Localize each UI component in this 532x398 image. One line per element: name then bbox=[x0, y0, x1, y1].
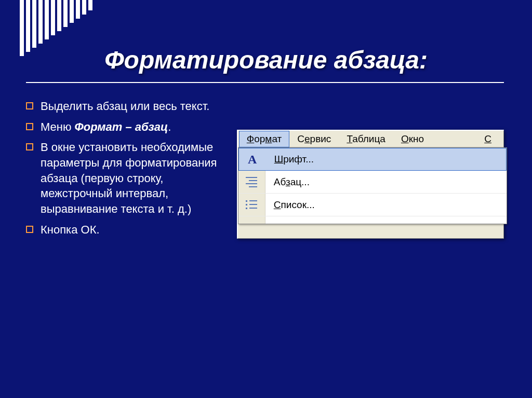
bullet-icon bbox=[26, 102, 33, 109]
dropdown-label: Абзац... bbox=[265, 176, 310, 188]
bullet-text: Кнопка ОК. bbox=[41, 222, 221, 238]
format-dropdown: A Шрифт... Абзац... Список... bbox=[238, 147, 507, 224]
list-item: В окне установить необходимые параметры … bbox=[26, 140, 221, 216]
bullet-text: Меню Формат – абзац. bbox=[41, 119, 221, 135]
menu-bar: Формат Сервис Таблица Окно С bbox=[238, 131, 503, 147]
bullet-text: Выделить абзац или весь текст. bbox=[41, 99, 221, 114]
menu-screenshot: Формат Сервис Таблица Окно С A Шрифт... … bbox=[237, 130, 504, 239]
dropdown-list[interactable]: Список... bbox=[238, 194, 507, 216]
dropdown-label: Список... bbox=[265, 199, 315, 211]
list-icon bbox=[238, 194, 265, 216]
menu-format[interactable]: Формат bbox=[239, 131, 290, 147]
bullet-icon bbox=[26, 123, 33, 130]
dropdown-label: Шрифт... bbox=[266, 154, 314, 165]
dropdown-paragraph[interactable]: Абзац... bbox=[238, 171, 507, 194]
list-item: Кнопка ОК. bbox=[26, 222, 221, 238]
text-segment: . bbox=[168, 120, 171, 133]
dropdown-font[interactable]: A Шрифт... bbox=[238, 148, 507, 171]
menu-extra[interactable]: С bbox=[476, 131, 499, 147]
text-bold: Формат – абзац bbox=[75, 120, 168, 133]
bullet-text: В окне установить необходимые параметры … bbox=[41, 140, 221, 216]
menu-service[interactable]: Сервис bbox=[289, 131, 339, 147]
menu-table[interactable]: Таблица bbox=[339, 131, 393, 147]
dropdown-bottom bbox=[238, 216, 507, 224]
menu-window[interactable]: Окно bbox=[393, 131, 432, 147]
bullet-list: Выделить абзац или весь текст. Меню Форм… bbox=[26, 99, 221, 243]
slide-content: Выделить абзац или весь текст. Меню Форм… bbox=[26, 99, 504, 243]
bullet-icon bbox=[26, 143, 33, 150]
title-underline bbox=[26, 82, 504, 83]
bullet-icon bbox=[26, 226, 33, 233]
paragraph-icon bbox=[238, 171, 265, 193]
list-item: Меню Формат – абзац. bbox=[26, 119, 221, 135]
list-item: Выделить абзац или весь текст. bbox=[26, 99, 221, 114]
text-segment: Меню bbox=[41, 120, 75, 133]
font-icon: A bbox=[239, 148, 266, 170]
slide-title: Форматирование абзаца: bbox=[0, 46, 532, 74]
